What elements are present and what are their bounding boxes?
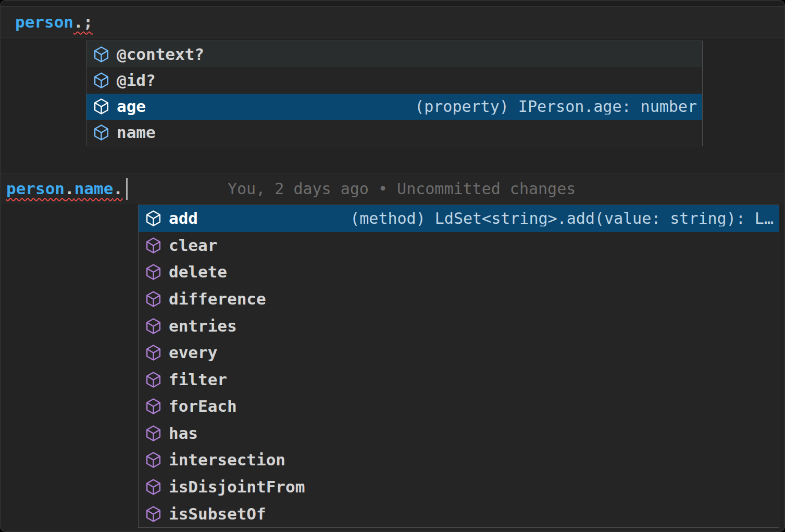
symbol-method-icon bbox=[145, 237, 162, 254]
symbol-method-icon bbox=[145, 210, 162, 227]
code-text-line-2: person.name. bbox=[6, 181, 123, 197]
symbol-field-icon bbox=[93, 98, 110, 115]
symbol-method-icon bbox=[145, 344, 162, 361]
text-cursor bbox=[126, 178, 128, 200]
code-token-error-punctuation: .; bbox=[73, 12, 93, 31]
suggest-item-age-selected[interactable]: age (property) IPerson.age: number bbox=[86, 94, 702, 120]
suggest-item-context[interactable]: @context? bbox=[86, 41, 702, 67]
suggest-item-label: has bbox=[169, 425, 198, 441]
suggest-item-delete[interactable]: delete bbox=[139, 259, 779, 286]
suggest-item-detail: (property) IPerson.age: number bbox=[399, 99, 697, 115]
git-blame-annotation: You, 2 days ago • Uncommitted changes bbox=[228, 173, 576, 204]
suggest-item-label: @context? bbox=[117, 46, 204, 62]
suggest-item-label: intersection bbox=[169, 452, 285, 468]
suggest-widget-name-set: add (method) LdSet<string>.add(value: st… bbox=[138, 205, 779, 528]
code-editor: person.; @context? @id? age (property) I… bbox=[0, 0, 785, 532]
code-token-dot: . bbox=[113, 179, 123, 198]
code-token-person: person bbox=[6, 179, 65, 198]
symbol-method-icon bbox=[145, 451, 162, 468]
suggest-widget-person: @context? @id? age (property) IPerson.ag… bbox=[86, 41, 703, 146]
suggest-item-label: delete bbox=[169, 264, 227, 280]
code-token-person: person bbox=[15, 12, 73, 31]
suggest-item-id[interactable]: @id? bbox=[86, 67, 702, 93]
suggest-item-filter[interactable]: filter bbox=[139, 366, 779, 393]
suggest-item-every[interactable]: every bbox=[139, 339, 779, 366]
symbol-field-icon bbox=[93, 46, 110, 63]
suggest-item-label: isDisjointFrom bbox=[169, 479, 305, 495]
code-line-1[interactable]: person.; bbox=[1, 6, 784, 38]
suggest-item-isdisjointfrom[interactable]: isDisjointFrom bbox=[139, 474, 779, 501]
symbol-method-icon bbox=[145, 371, 162, 388]
suggest-item-detail: (method) LdSet<string>.add(value: string… bbox=[334, 211, 774, 226]
suggest-item-label: name bbox=[117, 124, 156, 141]
suggest-item-label: entries bbox=[169, 318, 237, 334]
suggest-item-label: difference bbox=[169, 291, 266, 307]
suggest-item-intersection[interactable]: intersection bbox=[139, 447, 779, 474]
suggest-item-difference[interactable]: difference bbox=[139, 286, 779, 313]
symbol-method-icon bbox=[145, 478, 162, 496]
suggest-item-label: every bbox=[169, 345, 217, 361]
suggest-item-label: age bbox=[117, 98, 146, 115]
suggest-item-label: add bbox=[169, 210, 198, 226]
suggest-item-name[interactable]: name bbox=[86, 120, 702, 146]
code-token-name: name bbox=[74, 179, 114, 198]
code-text-line-1: person.; bbox=[15, 14, 93, 30]
suggest-item-issubsetof[interactable]: isSubsetOf bbox=[139, 500, 779, 527]
editor-top-strip bbox=[1, 1, 784, 6]
suggest-item-label: @id? bbox=[117, 72, 156, 88]
code-line-2[interactable]: person.name. You, 2 days ago • Uncommitt… bbox=[1, 173, 784, 204]
suggest-item-add-selected[interactable]: add (method) LdSet<string>.add(value: st… bbox=[139, 205, 779, 232]
symbol-method-icon bbox=[145, 318, 162, 335]
suggest-item-clear[interactable]: clear bbox=[139, 232, 779, 259]
symbol-method-icon bbox=[145, 398, 162, 415]
symbol-field-icon bbox=[93, 124, 110, 141]
symbol-method-icon bbox=[145, 505, 162, 523]
suggest-item-foreach[interactable]: forEach bbox=[139, 393, 779, 420]
suggest-item-entries[interactable]: entries bbox=[139, 312, 779, 339]
symbol-field-icon bbox=[93, 72, 110, 89]
suggest-item-label: filter bbox=[169, 372, 227, 388]
suggest-item-label: isSubsetOf bbox=[169, 506, 266, 522]
suggest-item-has[interactable]: has bbox=[139, 420, 779, 447]
symbol-method-icon bbox=[145, 263, 162, 281]
suggest-item-label: forEach bbox=[169, 398, 237, 414]
code-token-dot: . bbox=[65, 179, 74, 198]
symbol-method-icon bbox=[145, 290, 162, 308]
suggest-item-label: clear bbox=[169, 237, 217, 254]
symbol-method-icon bbox=[145, 425, 162, 442]
